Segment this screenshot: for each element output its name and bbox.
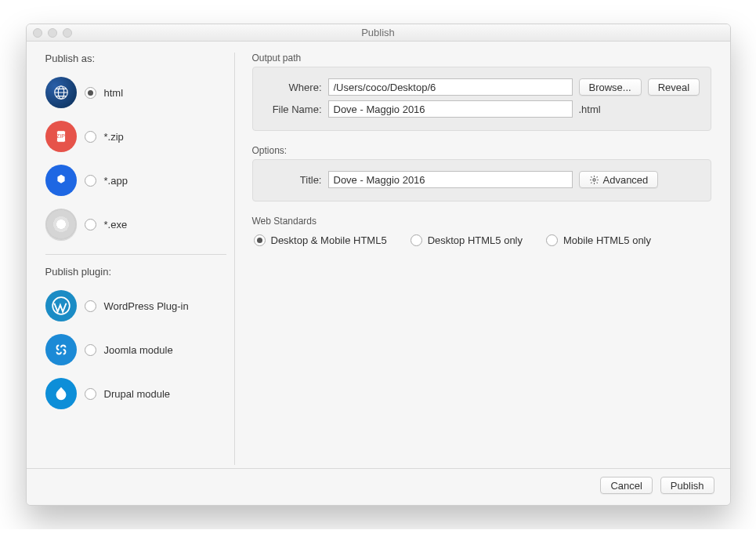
cancel-button[interactable]: Cancel	[600, 477, 652, 494]
radio-ws-desktop-label: Desktop HTML5 only	[428, 234, 523, 246]
close-icon[interactable]	[33, 28, 42, 38]
radio-html-label: html	[104, 87, 124, 99]
options-section: Options: Title: Advanced	[252, 145, 711, 202]
radio-ws-both[interactable]	[254, 234, 266, 246]
browse-button[interactable]: Browse...	[579, 78, 642, 96]
radio-app[interactable]	[85, 175, 96, 187]
options-legend: Options:	[252, 145, 288, 156]
disc-icon	[45, 209, 77, 240]
globe-icon	[45, 77, 77, 108]
radio-exe-label: *.exe	[104, 219, 128, 231]
wordpress-icon	[45, 290, 77, 321]
advanced-button[interactable]: Advanced	[579, 171, 659, 188]
window-title: Publish	[27, 27, 730, 38]
title-label: Title:	[262, 174, 328, 186]
ws-desktop-only[interactable]: Desktop HTML5 only	[411, 234, 523, 246]
filename-extension: .html	[579, 103, 601, 115]
radio-ws-desktop[interactable]	[411, 234, 422, 246]
radio-ws-mobile[interactable]	[546, 234, 558, 246]
divider	[45, 254, 226, 255]
publish-as-zip[interactable]: ZIP *.zip	[45, 114, 226, 158]
publish-dialog: Publish Publish as: html	[26, 24, 731, 506]
plugin-joomla[interactable]: Joomla module	[45, 328, 226, 372]
radio-html[interactable]	[85, 87, 96, 99]
radio-drupal[interactable]	[85, 388, 96, 400]
joomla-icon	[45, 334, 77, 365]
web-standards-section: Web Standards Desktop & Mobile HTML5 Des…	[252, 216, 711, 251]
ws-desktop-mobile[interactable]: Desktop & Mobile HTML5	[254, 234, 387, 246]
radio-joomla-label: Joomla module	[104, 344, 173, 356]
output-path-section: Output path Where: Browse... Reveal File…	[252, 53, 711, 131]
appstore-icon	[45, 165, 77, 196]
web-standards-legend: Web Standards	[252, 216, 317, 227]
zip-icon: ZIP	[45, 121, 77, 152]
radio-wordpress[interactable]	[85, 300, 96, 312]
radio-zip-label: *.zip	[104, 131, 124, 143]
dialog-footer: Cancel Publish	[27, 468, 730, 505]
left-pane: Publish as: html	[45, 53, 235, 465]
window-controls	[33, 28, 72, 38]
ws-mobile-only[interactable]: Mobile HTML5 only	[546, 234, 651, 246]
reveal-button[interactable]: Reveal	[648, 78, 700, 96]
radio-ws-mobile-label: Mobile HTML5 only	[563, 234, 651, 246]
svg-point-5	[592, 178, 595, 180]
publish-as-exe[interactable]: *.exe	[45, 202, 226, 246]
zoom-icon[interactable]	[63, 28, 72, 38]
radio-wordpress-label: WordPress Plug-in	[104, 300, 189, 312]
radio-drupal-label: Drupal module	[104, 388, 171, 400]
filename-input[interactable]	[328, 100, 573, 118]
titlebar: Publish	[27, 24, 730, 42]
publish-button[interactable]: Publish	[660, 477, 714, 494]
radio-exe[interactable]	[85, 219, 96, 231]
radio-joomla[interactable]	[85, 344, 96, 356]
radio-zip[interactable]	[85, 131, 96, 143]
title-input[interactable]	[328, 171, 573, 188]
radio-ws-both-label: Desktop & Mobile HTML5	[271, 234, 387, 246]
output-path-legend: Output path	[252, 53, 302, 64]
publish-plugin-heading: Publish plugin:	[45, 266, 226, 278]
plugin-wordpress[interactable]: WordPress Plug-in	[45, 284, 226, 328]
plugin-drupal[interactable]: Drupal module	[45, 372, 226, 416]
minimize-icon[interactable]	[48, 28, 57, 38]
filename-label: File Name:	[262, 103, 328, 115]
right-pane: Output path Where: Browse... Reveal File…	[235, 53, 711, 465]
publish-as-heading: Publish as:	[45, 53, 226, 64]
radio-app-label: *.app	[104, 175, 128, 187]
publish-as-app[interactable]: *.app	[45, 158, 226, 202]
publish-as-html[interactable]: html	[45, 71, 226, 114]
gear-icon	[589, 175, 599, 185]
where-input[interactable]	[328, 78, 573, 96]
drupal-icon	[45, 378, 77, 409]
advanced-button-label: Advanced	[603, 174, 649, 186]
where-label: Where:	[262, 82, 328, 93]
